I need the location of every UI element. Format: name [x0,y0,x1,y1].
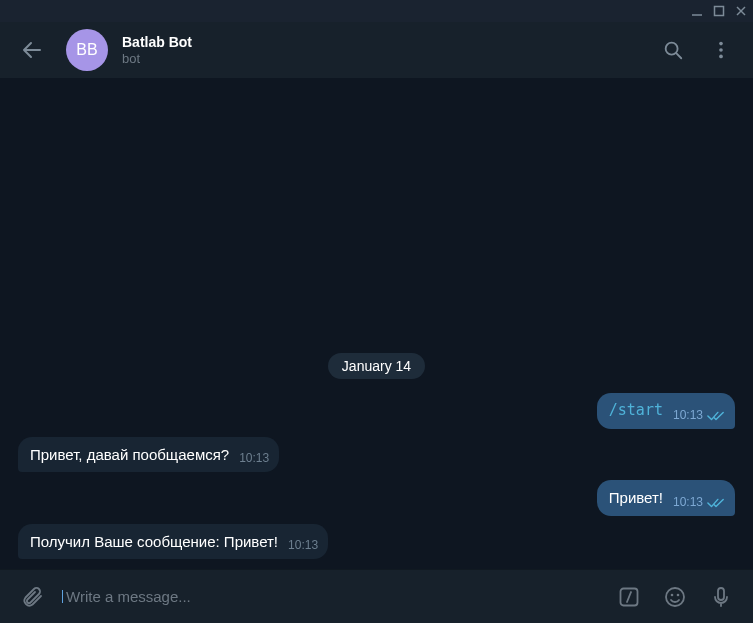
command-button[interactable] [609,577,649,617]
voice-button[interactable] [701,577,741,617]
message-time: 10:13 [673,495,703,511]
search-button[interactable] [653,30,693,70]
emoji-button[interactable] [655,577,695,617]
message-text: Получил Ваше сообщение: Привет! [30,532,278,552]
read-ticks-icon [707,410,725,422]
maximize-window-icon[interactable] [713,5,725,17]
header-actions [653,30,741,70]
message-time: 10:13 [239,451,269,467]
chat-header: BB Batlab Bot bot [0,22,753,78]
svg-point-11 [666,588,684,606]
close-window-icon[interactable] [735,5,747,17]
message-time: 10:13 [288,538,318,554]
message-meta: 10:13 [288,538,318,554]
date-separator: January 14 [328,353,425,379]
svg-rect-14 [718,588,724,600]
svg-point-8 [719,55,723,59]
message-meta: 10:13 [673,495,725,511]
message-list[interactable]: January 14 /start 10:13 Привет, давай по… [0,78,753,569]
composer-actions [609,577,741,617]
chat-title-block[interactable]: Batlab Bot bot [122,34,639,66]
svg-point-12 [671,593,674,596]
chat-avatar[interactable]: BB [66,29,108,71]
avatar-initials: BB [76,41,97,59]
message-text: Привет, давай пообщаемся? [30,445,229,465]
attach-button[interactable] [12,577,52,617]
chat-status: bot [122,51,639,66]
message-text: /start [609,401,663,421]
back-button[interactable] [12,30,52,70]
svg-line-10 [627,592,631,602]
message-meta: 10:13 [673,408,725,424]
minimize-window-icon[interactable] [691,5,703,17]
svg-line-5 [676,53,681,58]
message-row: Привет! 10:13 [18,480,735,516]
message-text: Привет! [609,488,663,508]
message-composer: Write a message... [0,569,753,623]
message-meta: 10:13 [239,451,269,467]
menu-button[interactable] [701,30,741,70]
read-ticks-icon [707,497,725,509]
svg-point-6 [719,42,723,46]
message-bubble-out[interactable]: /start 10:13 [597,393,735,429]
message-input[interactable]: Write a message... [62,588,599,605]
message-time: 10:13 [673,408,703,424]
svg-point-7 [719,48,723,52]
window-titlebar [0,0,753,22]
message-bubble-in[interactable]: Привет, давай пообщаемся? 10:13 [18,437,279,473]
message-bubble-in[interactable]: Получил Ваше сообщение: Привет! 10:13 [18,524,328,560]
message-input-placeholder: Write a message... [62,588,191,605]
chat-name: Batlab Bot [122,34,639,50]
message-bubble-out[interactable]: Привет! 10:13 [597,480,735,516]
message-row: Получил Ваше сообщение: Привет! 10:13 [18,524,735,560]
svg-rect-1 [715,7,724,16]
message-row: Привет, давай пообщаемся? 10:13 [18,437,735,473]
svg-point-13 [677,593,680,596]
message-row: /start 10:13 [18,393,735,429]
